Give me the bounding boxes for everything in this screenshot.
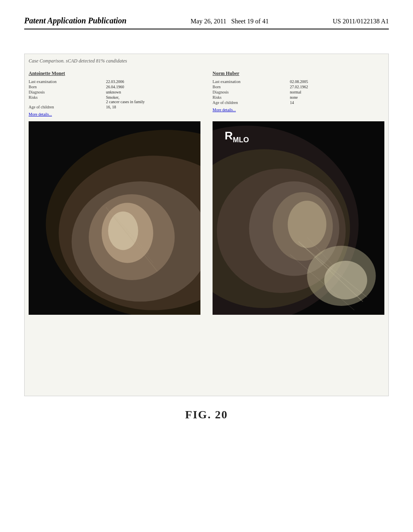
field-label: Born — [213, 84, 290, 89]
images-row: RMLO — [29, 121, 384, 315]
patient-panel-right: Norm Huber Last examination 02.08.2005 B… — [213, 71, 384, 117]
table-row: Risks none — [213, 95, 384, 100]
page: Patent Application Publication May 26, 2… — [0, 0, 413, 532]
table-row: Diagnosis normal — [213, 89, 384, 95]
patient-info-table-right: Last examination 02.08.2005 Born 27.02.1… — [213, 79, 384, 105]
table-row: Risks Smoker,2 cancer cases in family — [29, 95, 200, 104]
field-value: 27.02.1962 — [290, 84, 384, 89]
mammogram-image-right: RMLO — [213, 121, 384, 315]
field-label: Diagnosis — [213, 89, 290, 95]
field-label: Age of children — [213, 100, 290, 105]
field-label: Age of children — [29, 104, 106, 110]
field-value: normal — [290, 89, 384, 95]
publication-date: May 26, 2011 — [191, 18, 227, 25]
table-row: Born 26.04.1960 — [29, 84, 200, 89]
field-value: unknown — [106, 89, 200, 95]
table-row: Last examination 22.03.2006 — [29, 79, 200, 84]
case-title: Case Comparison. sCAD detected 81% candi… — [29, 58, 384, 64]
patent-number: US 2011/0122138 A1 — [333, 16, 389, 25]
table-row: Age of children 16, 18 — [29, 104, 200, 110]
field-label: Last examination — [29, 79, 106, 84]
field-value: 02.08.2005 — [290, 79, 384, 84]
field-value: 26.04.1960 — [106, 84, 200, 89]
footer — [24, 421, 389, 461]
field-label: Last examination — [213, 79, 290, 84]
field-value: Smoker,2 cancer cases in family — [106, 95, 200, 104]
date-sheet: May 26, 2011 Sheet 19 of 41 — [191, 16, 269, 25]
publication-title: Patent Application Publication — [24, 16, 127, 25]
sheet-info: Sheet 19 of 41 — [231, 18, 269, 25]
field-label: Diagnosis — [29, 89, 106, 95]
figure-caption: FIG. 20 — [24, 408, 389, 421]
patient-panel-left: Antoinette Monet Last examination 22.03.… — [29, 71, 200, 117]
field-value: 16, 18 — [106, 104, 200, 110]
svg-point-6 — [108, 212, 138, 250]
mammogram-image-left — [29, 121, 200, 315]
image-label: RMLO — [225, 129, 249, 144]
field-value: 14 — [290, 100, 384, 105]
table-row: Last examination 02.08.2005 — [213, 79, 384, 84]
page-header: Patent Application Publication May 26, 2… — [24, 16, 389, 29]
table-row: Age of children 14 — [213, 100, 384, 105]
patient-info-table-left: Last examination 22.03.2006 Born 26.04.1… — [29, 79, 200, 110]
field-value: 22.03.2006 — [106, 79, 200, 84]
field-value: none — [290, 95, 384, 100]
patient-panels: Antoinette Monet Last examination 22.03.… — [29, 71, 384, 117]
patient-name-right: Norm Huber — [213, 71, 384, 77]
more-details-link-left[interactable]: More details... — [29, 112, 52, 116]
content-area: Case Comparison. sCAD detected 81% candi… — [24, 54, 389, 396]
table-row: Diagnosis unknown — [29, 89, 200, 95]
svg-point-16 — [288, 201, 326, 248]
more-details-link-right[interactable]: More details... — [213, 108, 236, 112]
image-sublabel: MLO — [233, 136, 249, 144]
field-label: Risks — [29, 95, 106, 104]
field-label: Born — [29, 84, 106, 89]
patient-name-left: Antoinette Monet — [29, 71, 200, 77]
table-row: Born 27.02.1962 — [213, 84, 384, 89]
field-label: Risks — [213, 95, 290, 100]
